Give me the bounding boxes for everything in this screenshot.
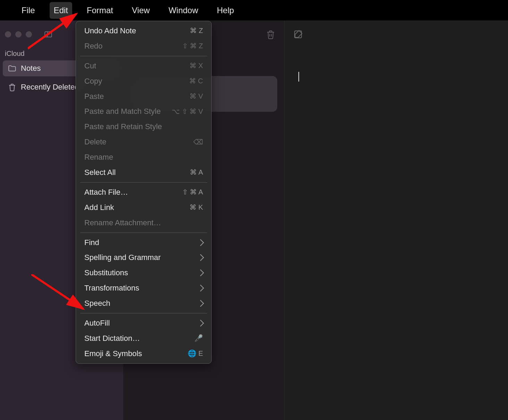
menu-item-rename-attachment: Rename Attachment… — [76, 215, 211, 230]
window-close-button[interactable] — [5, 31, 11, 37]
menu-item-shortcut: ⌘ K — [189, 202, 203, 212]
menu-item-label: Delete — [84, 136, 107, 148]
editor-toolbar — [285, 20, 508, 48]
menu-item-shortcut: ⌘ Z — [190, 26, 203, 36]
sidebar-folder-label: Notes — [21, 64, 41, 73]
menu-item-label: Rename Attachment… — [84, 217, 161, 228]
menu-item-shortcut: 🎤 — [194, 333, 203, 343]
chevron-right-icon — [198, 270, 203, 275]
menu-item-speech[interactable]: Speech — [76, 296, 211, 311]
menu-item-paste-and-match-style: Paste and Match Style⌥ ⇧ ⌘ V — [76, 104, 211, 119]
menu-item-shortcut: ⌘ A — [190, 167, 203, 177]
menubar-edit[interactable]: Edit — [50, 2, 72, 19]
menu-item-cut: Cut⌘ X — [76, 58, 211, 74]
menu-item-label: Find — [84, 237, 99, 248]
menu-item-shortcut: 🌐 E — [188, 348, 203, 359]
menu-item-label: Start Dictation… — [84, 333, 140, 344]
menu-item-label: Paste — [84, 91, 104, 102]
menu-item-start-dictation[interactable]: Start Dictation…🎤 — [76, 331, 211, 346]
chevron-right-icon — [198, 255, 203, 260]
menu-item-label: AutoFill — [84, 318, 110, 329]
folder-icon — [8, 64, 17, 73]
delete-note-icon[interactable] — [265, 29, 276, 40]
menu-item-shortcut: ⇧ ⌘ Z — [182, 41, 203, 51]
chevron-right-icon — [198, 240, 203, 245]
menu-item-label: Emoji & Symbols — [84, 348, 142, 359]
menu-item-spelling-and-grammar[interactable]: Spelling and Grammar — [76, 250, 211, 265]
trash-icon — [8, 83, 17, 92]
menu-item-label: Redo — [84, 41, 103, 52]
menu-item-shortcut: ⇧ ⌘ A — [182, 187, 203, 197]
window-zoom-button[interactable] — [26, 31, 32, 37]
svg-rect-0 — [45, 32, 52, 37]
menu-item-paste-and-retain-style: Paste and Retain Style — [76, 119, 211, 134]
editor-column[interactable] — [285, 20, 508, 420]
menubar: Notes File Edit Format View Window Help — [0, 0, 508, 20]
sidebar-toggle-icon[interactable] — [44, 30, 53, 39]
chevron-right-icon — [198, 286, 203, 291]
chevron-right-icon — [198, 321, 203, 326]
menu-separator — [80, 56, 207, 56]
menu-separator — [80, 233, 207, 233]
menu-item-label: Transformations — [84, 283, 139, 294]
menu-item-shortcut: ⌘ C — [189, 76, 203, 86]
menu-item-find[interactable]: Find — [76, 235, 211, 250]
menu-item-substitutions[interactable]: Substitutions — [76, 265, 211, 280]
menu-item-label: Paste and Match Style — [84, 106, 161, 117]
menu-item-attach-file[interactable]: Attach File…⇧ ⌘ A — [76, 185, 211, 200]
menu-item-shortcut: ⌫ — [193, 137, 203, 147]
menu-item-label: Copy — [84, 76, 102, 87]
menu-item-transformations[interactable]: Transformations — [76, 280, 211, 296]
menubar-help[interactable]: Help — [213, 2, 238, 19]
menu-item-shortcut: ⌘ X — [189, 61, 203, 71]
menu-item-paste: Paste⌘ V — [76, 89, 211, 104]
compose-icon[interactable] — [293, 29, 303, 40]
menu-item-select-all[interactable]: Select All⌘ A — [76, 165, 211, 180]
menu-item-undo-add-note[interactable]: Undo Add Note⌘ Z — [76, 23, 211, 39]
window-controls — [5, 31, 32, 37]
sidebar-folder-label: Recently Deleted — [21, 83, 79, 92]
edit-menu-dropdown: Undo Add Note⌘ ZRedo⇧ ⌘ ZCut⌘ XCopy⌘ CPa… — [76, 21, 212, 364]
menu-item-rename: Rename — [76, 150, 211, 165]
menu-item-label: Speech — [84, 298, 110, 309]
menu-item-label: Substitutions — [84, 267, 128, 278]
menubar-window[interactable]: Window — [164, 2, 202, 19]
text-cursor — [298, 72, 299, 82]
menu-item-emoji-symbols[interactable]: Emoji & Symbols🌐 E — [76, 346, 211, 361]
menu-item-add-link[interactable]: Add Link⌘ K — [76, 200, 211, 215]
menu-separator — [80, 313, 207, 313]
menu-item-label: Attach File… — [84, 187, 128, 198]
menubar-file[interactable]: File — [17, 2, 39, 19]
window-minimize-button[interactable] — [15, 31, 22, 37]
menu-item-label: Undo Add Note — [84, 25, 136, 36]
menu-item-redo: Redo⇧ ⌘ Z — [76, 39, 211, 54]
menu-item-delete: Delete⌫ — [76, 134, 211, 150]
menu-item-label: Paste and Retain Style — [84, 121, 162, 132]
menu-item-shortcut: ⌘ V — [189, 91, 203, 101]
menubar-format[interactable]: Format — [83, 2, 117, 19]
menu-item-copy: Copy⌘ C — [76, 74, 211, 89]
chevron-right-icon — [198, 301, 203, 306]
menu-item-label: Spelling and Grammar — [84, 252, 161, 263]
menu-item-autofill[interactable]: AutoFill — [76, 316, 211, 331]
menu-item-label: Cut — [84, 60, 96, 72]
menu-item-label: Rename — [84, 152, 113, 163]
menu-item-label: Select All — [84, 167, 116, 178]
menubar-view[interactable]: View — [128, 2, 154, 19]
menu-item-shortcut: ⌥ ⇧ ⌘ V — [172, 107, 203, 117]
menu-separator — [80, 182, 207, 183]
menu-item-label: Add Link — [84, 202, 114, 213]
